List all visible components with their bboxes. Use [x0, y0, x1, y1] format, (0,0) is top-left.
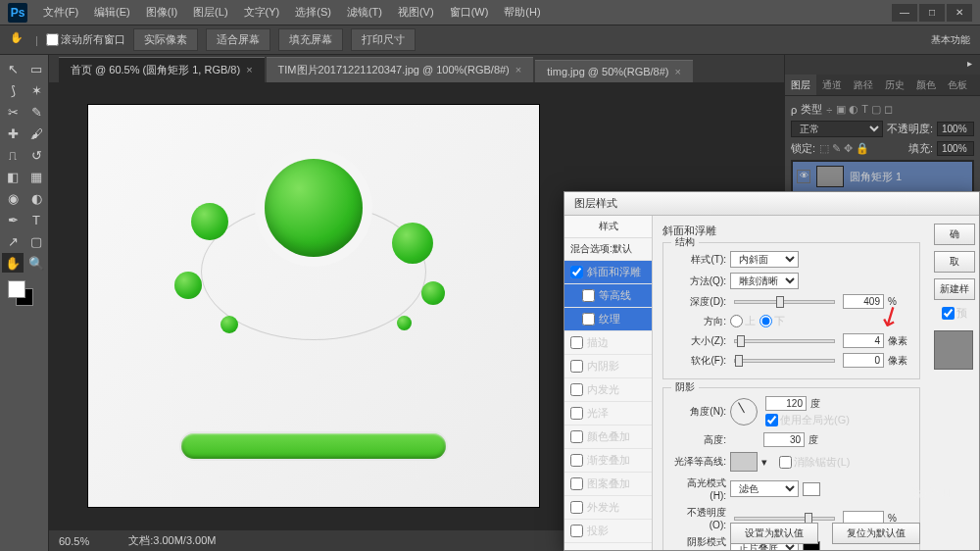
- reset-default-button[interactable]: 复位为默认值: [832, 523, 920, 544]
- depth-input[interactable]: [843, 294, 884, 309]
- opacity-value[interactable]: 100%: [937, 122, 974, 136]
- soften-input[interactable]: [843, 353, 884, 368]
- layer-item[interactable]: 👁 圆角矩形 1: [792, 161, 973, 192]
- lasso-tool[interactable]: ⟆: [2, 80, 24, 100]
- heal-tool[interactable]: ✚: [2, 124, 24, 143]
- size-input[interactable]: [843, 333, 884, 348]
- wand-tool[interactable]: ✶: [25, 80, 47, 100]
- tab-swatch[interactable]: 色板: [942, 75, 973, 95]
- style-bevel[interactable]: 斜面和浮雕: [564, 261, 652, 284]
- type-tool[interactable]: T: [25, 210, 47, 229]
- print-size-button[interactable]: 打印尺寸: [351, 28, 416, 51]
- highlight-opacity-slider[interactable]: [734, 517, 835, 521]
- style-stroke[interactable]: 描边: [564, 331, 652, 355]
- menu-edit[interactable]: 编辑(E): [88, 3, 136, 22]
- style-grad-overlay[interactable]: 渐变叠加: [564, 449, 652, 473]
- path-tool[interactable]: ↗: [2, 231, 24, 251]
- tab-paths[interactable]: 路径: [848, 75, 879, 95]
- gloss-contour-picker[interactable]: [730, 452, 758, 472]
- tab-layers[interactable]: 图层: [785, 75, 816, 95]
- menu-help[interactable]: 帮助(H): [498, 3, 546, 22]
- altitude-input[interactable]: [763, 432, 805, 447]
- doc-tab-2[interactable]: TIM图片20171221120347.jpg @ 100%(RGB/8#)×: [267, 57, 534, 82]
- minimize-button[interactable]: —: [892, 4, 917, 22]
- style-color-overlay[interactable]: 颜色叠加: [564, 426, 652, 449]
- menu-type[interactable]: 文字(Y): [238, 3, 286, 22]
- close-icon[interactable]: ×: [246, 64, 252, 75]
- style-satin[interactable]: 光泽: [564, 402, 652, 426]
- close-icon[interactable]: ×: [515, 64, 521, 75]
- style-texture[interactable]: 纹理: [564, 308, 652, 331]
- history-brush-tool[interactable]: ↺: [25, 145, 47, 165]
- blur-tool[interactable]: ◉: [2, 188, 24, 208]
- maximize-button[interactable]: □: [919, 4, 945, 22]
- hand-tool[interactable]: ✋: [2, 253, 24, 273]
- style-pat-overlay[interactable]: 图案叠加: [564, 473, 652, 496]
- style-select[interactable]: 内斜面: [730, 251, 799, 268]
- tab-color[interactable]: 颜色: [910, 75, 942, 95]
- tab-channels[interactable]: 通道: [816, 75, 848, 95]
- filter-icons[interactable]: ▣ ◐ T ▢ ◻: [836, 103, 893, 116]
- pen-tool[interactable]: ✒: [2, 210, 24, 229]
- layer-name[interactable]: 圆角矩形 1: [850, 170, 902, 184]
- highlight-mode-select[interactable]: 滤色: [730, 480, 799, 497]
- blend-options[interactable]: 混合选项:默认: [564, 238, 652, 261]
- fit-screen-button[interactable]: 适合屏幕: [206, 28, 270, 51]
- new-style-button[interactable]: 新建样: [934, 278, 975, 300]
- lock-icons[interactable]: ⬚ ✎ ✥ 🔒: [819, 142, 869, 155]
- menu-image[interactable]: 图像(I): [140, 3, 183, 22]
- actual-pixels-button[interactable]: 实际像素: [133, 28, 198, 51]
- gradient-tool[interactable]: ▦: [25, 167, 47, 186]
- eraser-tool[interactable]: ◧: [2, 167, 24, 186]
- menu-file[interactable]: 文件(F): [37, 3, 84, 22]
- doc-tab-1[interactable]: 首页 @ 60.5% (圆角矩形 1, RGB/8)×: [59, 57, 265, 82]
- shape-tool[interactable]: ▢: [25, 231, 47, 251]
- tab-history[interactable]: 历史: [879, 75, 910, 95]
- blend-mode-select[interactable]: 正常: [791, 121, 883, 137]
- styles-header[interactable]: 样式: [564, 216, 652, 238]
- scroll-all-checkbox[interactable]: [46, 33, 59, 46]
- highlight-color-swatch[interactable]: [803, 482, 820, 496]
- cancel-button[interactable]: 取: [934, 251, 975, 273]
- style-outer-glow[interactable]: 外发光: [564, 496, 652, 520]
- style-drop-shadow[interactable]: 投影: [564, 520, 652, 543]
- menu-view[interactable]: 视图(V): [392, 3, 440, 22]
- menu-layer[interactable]: 图层(L): [187, 3, 233, 22]
- style-contour[interactable]: 等高线: [564, 284, 652, 308]
- size-slider[interactable]: [734, 339, 835, 343]
- set-default-button[interactable]: 设置为默认值: [730, 523, 818, 544]
- dir-down-radio[interactable]: [760, 315, 772, 327]
- zoom-tool[interactable]: 🔍: [25, 253, 47, 273]
- crop-tool[interactable]: ✂: [2, 102, 24, 122]
- brush-tool[interactable]: 🖌: [25, 124, 47, 143]
- doc-tab-3[interactable]: timg.jpg @ 50%(RGB/8#)×: [535, 60, 693, 82]
- style-inner-glow[interactable]: 内发光: [564, 378, 652, 402]
- ok-button[interactable]: 确: [934, 224, 975, 245]
- fill-value[interactable]: 100%: [937, 141, 974, 156]
- technique-select[interactable]: 雕刻清晰: [730, 273, 799, 289]
- eyedropper-tool[interactable]: ✎: [25, 102, 47, 122]
- antialias-checkbox[interactable]: [779, 456, 792, 469]
- angle-dial[interactable]: [730, 398, 758, 426]
- angle-input[interactable]: [765, 396, 807, 411]
- color-swatches[interactable]: [2, 278, 47, 310]
- soften-slider[interactable]: [734, 359, 835, 363]
- dodge-tool[interactable]: ◐: [25, 188, 47, 208]
- preview-checkbox[interactable]: [942, 307, 955, 320]
- depth-slider[interactable]: [734, 300, 835, 304]
- close-button[interactable]: ✕: [947, 4, 972, 22]
- marquee-tool[interactable]: ▭: [25, 59, 47, 78]
- close-icon[interactable]: ×: [675, 66, 681, 77]
- menu-select[interactable]: 选择(S): [289, 3, 337, 22]
- visibility-icon[interactable]: 👁: [797, 170, 810, 183]
- stamp-tool[interactable]: ⎍: [2, 145, 24, 165]
- foreground-swatch[interactable]: [8, 280, 25, 298]
- menu-filter[interactable]: 滤镜(T): [341, 3, 388, 22]
- global-light-checkbox[interactable]: [765, 414, 778, 426]
- dir-up-radio[interactable]: [730, 315, 743, 327]
- move-tool[interactable]: ↖: [2, 59, 24, 78]
- style-inner-shadow[interactable]: 内阴影: [564, 355, 652, 378]
- workspace-label[interactable]: 基本功能: [931, 33, 970, 47]
- zoom-level[interactable]: 60.5%: [59, 535, 89, 547]
- menu-window[interactable]: 窗口(W): [444, 3, 495, 22]
